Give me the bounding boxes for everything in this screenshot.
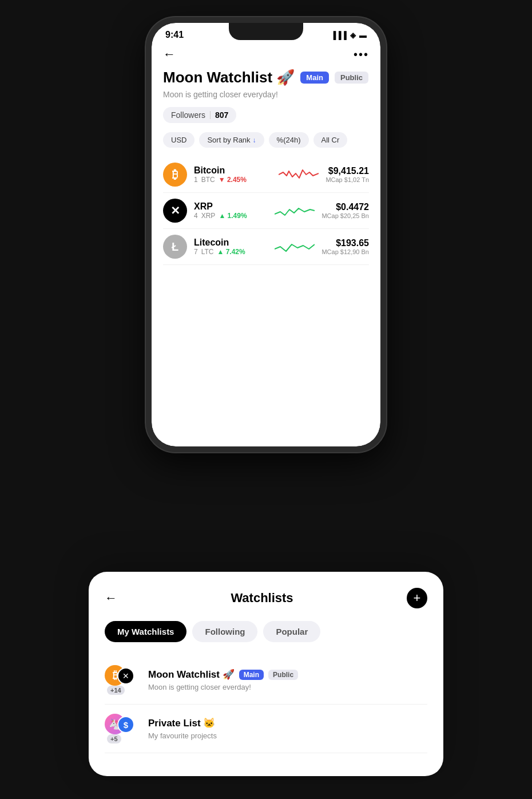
wl-moon-title-row: Moon Watchlist 🚀 Main Public (148, 669, 427, 681)
xrp-price-block: $0.4472 MCap $20,25 Bn (321, 202, 369, 219)
back-button[interactable]: ← (163, 47, 176, 62)
battery-icon: ▬ (359, 31, 367, 39)
phone-content: ← ••• Moon Watchlist 🚀 Main Public Moon … (152, 42, 380, 265)
wl-moon-badge-main: Main (239, 670, 264, 680)
followers-label: Followers (171, 110, 205, 120)
followers-pill[interactable]: Followers 807 (163, 107, 236, 123)
ltc-change: ▲ 7.42% (217, 248, 245, 256)
wl-header: ← Watchlists + (105, 588, 427, 608)
signal-icon: ▐▐▐ (331, 31, 347, 39)
tab-my-watchlists[interactable]: My Watchlists (105, 621, 186, 642)
phone-nav: ← ••• (163, 42, 369, 69)
phone-watchlist-title: Moon Watchlist 🚀 (163, 69, 295, 86)
wl-title: Watchlists (231, 591, 293, 606)
xrp-price: $0.4472 (321, 202, 369, 212)
wl-item-moon[interactable]: ₿ ✕ +14 Moon Watchlist 🚀 Main Public Moo… (105, 656, 427, 705)
btc-price-block: $9,415.21 MCap $1,02 Tn (325, 166, 369, 183)
ltc-rank-row: 7 LTC ▲ 7.42% (194, 248, 268, 256)
wl-private-desc: My favourite projects (148, 731, 427, 740)
phone-notch (229, 23, 303, 40)
btc-change: ▼ 2.45% (219, 176, 247, 184)
btc-rank-row: 1 BTC ▼ 2.45% (194, 176, 272, 184)
ltc-mcap: MCap $12,90 Bn (321, 248, 369, 255)
xrp-change: ▲ 1.49% (219, 212, 247, 220)
wl-moon-xrp-icon: ✕ (117, 667, 134, 685)
btc-symbol: BTC (201, 176, 215, 184)
btc-icon: ₿ (163, 163, 187, 187)
wl-moon-badge-public: Public (268, 670, 298, 680)
tab-following[interactable]: Following (192, 621, 257, 642)
phone-badge-public: Public (335, 72, 368, 84)
wl-back-button[interactable]: ← (105, 591, 117, 606)
wl-moon-desc: Moon is getting closer everday! (148, 683, 427, 691)
btc-price: $9,415.21 (325, 166, 369, 176)
ltc-info: Litecoin 7 LTC ▲ 7.42% (194, 238, 268, 256)
wl-item-private[interactable]: 🦄 $ +5 Private List 🐱 My favourite proje… (105, 705, 427, 753)
xrp-rank-row: 4 XRP ▲ 1.49% (194, 212, 268, 220)
xrp-icon: ✕ (163, 199, 187, 223)
ltc-price-block: $193.65 MCap $12,90 Bn (321, 238, 369, 255)
status-time: 9:41 (165, 30, 184, 40)
btc-chart (279, 164, 319, 185)
ltc-rank: 7 (194, 248, 198, 256)
phone-badge-main: Main (300, 72, 329, 84)
xrp-chart (275, 200, 315, 221)
wl-moon-count: +14 (107, 686, 125, 695)
ltc-name: Litecoin (194, 238, 268, 248)
wifi-icon: ◈ (350, 31, 356, 39)
btc-mcap: MCap $1,02 Tn (325, 176, 369, 183)
filter-row: USD Sort by Rank ↓ %(24h) All Cr (163, 132, 369, 148)
coin-item-bitcoin[interactable]: ₿ Bitcoin 1 BTC ▼ 2.45% (163, 157, 369, 193)
wl-private-title-row: Private List 🐱 (148, 717, 427, 729)
btc-name: Bitcoin (194, 165, 272, 176)
wl-private-icons: 🦄 $ +5 (105, 714, 140, 743)
filter-24h[interactable]: %(24h) (269, 132, 309, 148)
sort-arrow-icon: ↓ (253, 136, 256, 144)
bottom-sheet: ← Watchlists + My Watchlists Following P… (89, 572, 443, 776)
followers-count: 807 (215, 110, 228, 120)
phone-watchlist-subtitle: Moon is getting closer everyday! (163, 90, 369, 99)
wl-private-info: Private List 🐱 My favourite projects (148, 717, 427, 740)
xrp-mcap: MCap $20,25 Bn (321, 212, 369, 219)
followers-divider (210, 111, 211, 119)
wl-tabs: My Watchlists Following Popular (105, 621, 427, 642)
xrp-info: XRP 4 XRP ▲ 1.49% (194, 201, 268, 220)
coin-list: ₿ Bitcoin 1 BTC ▼ 2.45% (163, 157, 369, 265)
ltc-symbol: LTC (201, 248, 214, 256)
wl-private-dollar-icon: $ (117, 716, 134, 733)
wl-moon-name: Moon Watchlist 🚀 (148, 669, 235, 681)
ltc-icon: Ł (163, 235, 187, 259)
wl-items: ₿ ✕ +14 Moon Watchlist 🚀 Main Public Moo… (105, 656, 427, 753)
btc-info: Bitcoin 1 BTC ▼ 2.45% (194, 165, 272, 184)
btc-rank: 1 (194, 176, 198, 184)
phone-watchlist-title-row: Moon Watchlist 🚀 Main Public (163, 69, 369, 86)
more-button[interactable]: ••• (354, 48, 369, 61)
wl-moon-info: Moon Watchlist 🚀 Main Public Moon is get… (148, 669, 427, 691)
wl-private-count: +5 (107, 734, 121, 743)
filter-sort[interactable]: Sort by Rank ↓ (199, 132, 264, 148)
tab-popular[interactable]: Popular (263, 621, 320, 642)
wl-moon-icons: ₿ ✕ +14 (105, 665, 140, 695)
ltc-price: $193.65 (321, 238, 369, 248)
status-icons: ▐▐▐ ◈ ▬ (331, 31, 367, 39)
wl-add-button[interactable]: + (407, 588, 427, 608)
coin-item-ltc[interactable]: Ł Litecoin 7 LTC ▲ 7.42% (163, 229, 369, 265)
ltc-chart (275, 236, 315, 257)
wl-private-name: Private List 🐱 (148, 717, 215, 729)
coin-item-xrp[interactable]: ✕ XRP 4 XRP ▲ 1.49% (163, 193, 369, 229)
filter-usd[interactable]: USD (163, 132, 194, 148)
xrp-symbol: XRP (201, 212, 216, 220)
xrp-rank: 4 (194, 212, 198, 220)
filter-all[interactable]: All Cr (313, 132, 348, 148)
xrp-name: XRP (194, 201, 268, 212)
phone-frame: 9:41 ▐▐▐ ◈ ▬ ← ••• Moon Watchlist 🚀 Main (146, 17, 386, 452)
